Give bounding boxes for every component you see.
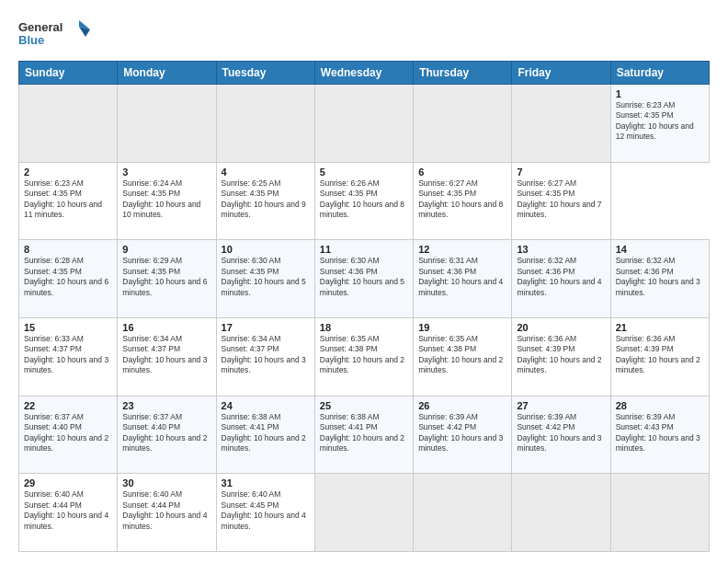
day-info: Sunrise: 6:38 AMSunset: 4:41 PMDaylight:…	[320, 412, 408, 454]
calendar-cell: 15Sunrise: 6:33 AMSunset: 4:37 PMDayligh…	[19, 317, 118, 396]
weekday-header-wednesday: Wednesday	[314, 62, 413, 85]
day-number: 24	[222, 400, 310, 411]
day-number: 7	[517, 167, 605, 178]
calendar-cell: 30Sunrise: 6:40 AMSunset: 4:44 PMDayligh…	[118, 474, 216, 552]
day-info: Sunrise: 6:39 AMSunset: 4:43 PMDaylight:…	[616, 412, 704, 454]
calendar-cell: 6Sunrise: 6:27 AMSunset: 4:35 PMDaylight…	[414, 162, 512, 240]
day-info: Sunrise: 6:37 AMSunset: 4:40 PMDaylight:…	[122, 412, 210, 454]
weekday-header-row: SundayMondayTuesdayWednesdayThursdayFrid…	[19, 62, 710, 85]
day-number: 17	[222, 322, 310, 333]
calendar-cell	[314, 474, 413, 552]
day-number: 5	[320, 167, 408, 178]
calendar-cell	[118, 85, 216, 163]
weekday-header-sunday: Sunday	[19, 62, 118, 85]
day-number: 21	[616, 322, 704, 333]
day-info: Sunrise: 6:40 AMSunset: 4:44 PMDaylight:…	[24, 489, 112, 532]
day-number: 20	[517, 322, 605, 333]
day-number: 10	[222, 244, 310, 255]
week-row-4: 15Sunrise: 6:33 AMSunset: 4:37 PMDayligh…	[19, 317, 710, 396]
day-number: 22	[24, 400, 112, 411]
calendar-cell: 16Sunrise: 6:34 AMSunset: 4:37 PMDayligh…	[118, 317, 216, 396]
day-number: 6	[418, 167, 506, 178]
calendar-cell: 20Sunrise: 6:36 AMSunset: 4:39 PMDayligh…	[512, 317, 610, 396]
day-number: 8	[24, 244, 112, 255]
calendar-cell: 12Sunrise: 6:31 AMSunset: 4:36 PMDayligh…	[414, 240, 512, 318]
calendar-cell: 26Sunrise: 6:39 AMSunset: 4:42 PMDayligh…	[414, 396, 512, 474]
calendar-cell	[216, 85, 314, 163]
day-number: 18	[320, 322, 408, 333]
calendar-cell: 17Sunrise: 6:34 AMSunset: 4:37 PMDayligh…	[216, 317, 314, 396]
calendar-cell: 2Sunrise: 6:23 AMSunset: 4:35 PMDaylight…	[19, 162, 118, 240]
header: General Blue	[18, 17, 710, 52]
day-info: Sunrise: 6:36 AMSunset: 4:39 PMDaylight:…	[517, 334, 605, 376]
day-number: 31	[222, 477, 310, 488]
calendar-cell	[610, 474, 709, 552]
day-number: 3	[122, 167, 210, 178]
day-number: 29	[24, 477, 112, 488]
day-number: 25	[320, 400, 408, 411]
weekday-header-saturday: Saturday	[610, 62, 709, 85]
day-info: Sunrise: 6:32 AMSunset: 4:36 PMDaylight:…	[517, 256, 605, 298]
day-info: Sunrise: 6:23 AMSunset: 4:35 PMDaylight:…	[24, 178, 112, 221]
weekday-header-thursday: Thursday	[414, 62, 512, 85]
day-info: Sunrise: 6:39 AMSunset: 4:42 PMDaylight:…	[418, 412, 506, 454]
day-info: Sunrise: 6:29 AMSunset: 4:35 PMDaylight:…	[122, 256, 210, 298]
calendar-cell: 22Sunrise: 6:37 AMSunset: 4:40 PMDayligh…	[19, 396, 118, 474]
day-number: 23	[122, 400, 210, 411]
day-info: Sunrise: 6:25 AMSunset: 4:35 PMDaylight:…	[222, 178, 310, 221]
day-info: Sunrise: 6:30 AMSunset: 4:35 PMDaylight:…	[222, 256, 310, 298]
day-number: 4	[222, 167, 310, 178]
calendar-cell: 7Sunrise: 6:27 AMSunset: 4:35 PMDaylight…	[512, 162, 610, 240]
calendar-cell: 27Sunrise: 6:39 AMSunset: 4:42 PMDayligh…	[512, 396, 610, 474]
day-info: Sunrise: 6:26 AMSunset: 4:35 PMDaylight:…	[320, 178, 408, 221]
day-info: Sunrise: 6:33 AMSunset: 4:37 PMDaylight:…	[24, 334, 112, 376]
calendar-cell: 4Sunrise: 6:25 AMSunset: 4:35 PMDaylight…	[216, 162, 314, 240]
weekday-header-friday: Friday	[512, 62, 610, 85]
day-info: Sunrise: 6:40 AMSunset: 4:44 PMDaylight:…	[122, 489, 210, 532]
week-row-3: 8Sunrise: 6:28 AMSunset: 4:35 PMDaylight…	[19, 240, 710, 318]
calendar-cell: 11Sunrise: 6:30 AMSunset: 4:36 PMDayligh…	[314, 240, 413, 318]
day-number: 15	[24, 322, 112, 333]
calendar-cell: 9Sunrise: 6:29 AMSunset: 4:35 PMDaylight…	[118, 240, 216, 318]
day-info: Sunrise: 6:28 AMSunset: 4:35 PMDaylight:…	[24, 256, 112, 298]
calendar-cell: 19Sunrise: 6:35 AMSunset: 4:38 PMDayligh…	[414, 317, 512, 396]
day-number: 9	[122, 244, 210, 255]
day-number: 26	[418, 400, 506, 411]
calendar-cell: 14Sunrise: 6:32 AMSunset: 4:36 PMDayligh…	[610, 240, 709, 318]
day-info: Sunrise: 6:35 AMSunset: 4:38 PMDaylight:…	[418, 334, 506, 376]
calendar-cell: 1Sunrise: 6:23 AMSunset: 4:35 PMDaylight…	[610, 85, 709, 163]
calendar-cell: 25Sunrise: 6:38 AMSunset: 4:41 PMDayligh…	[314, 396, 413, 474]
day-info: Sunrise: 6:38 AMSunset: 4:41 PMDaylight:…	[222, 412, 310, 454]
logo-svg: General Blue	[18, 17, 92, 52]
week-row-6: 29Sunrise: 6:40 AMSunset: 4:44 PMDayligh…	[19, 474, 710, 552]
calendar-cell	[512, 474, 610, 552]
day-info: Sunrise: 6:27 AMSunset: 4:35 PMDaylight:…	[418, 178, 506, 221]
calendar-cell: 10Sunrise: 6:30 AMSunset: 4:35 PMDayligh…	[216, 240, 314, 318]
day-number: 11	[320, 244, 408, 255]
day-info: Sunrise: 6:35 AMSunset: 4:38 PMDaylight:…	[320, 334, 408, 376]
week-row-1: 1Sunrise: 6:23 AMSunset: 4:35 PMDaylight…	[19, 85, 710, 163]
calendar-cell: 3Sunrise: 6:24 AMSunset: 4:35 PMDaylight…	[118, 162, 216, 240]
day-number: 1	[616, 88, 704, 99]
day-number: 27	[517, 400, 605, 411]
day-number: 2	[24, 167, 112, 178]
day-number: 30	[122, 477, 210, 488]
calendar-cell: 18Sunrise: 6:35 AMSunset: 4:38 PMDayligh…	[314, 317, 413, 396]
logo: General Blue	[18, 17, 92, 52]
weekday-header-monday: Monday	[118, 62, 216, 85]
day-number: 14	[616, 244, 704, 255]
svg-text:General: General	[18, 20, 63, 34]
day-info: Sunrise: 6:23 AMSunset: 4:35 PMDaylight:…	[616, 100, 704, 143]
day-number: 12	[418, 244, 506, 255]
calendar-cell	[414, 85, 512, 163]
calendar-cell: 5Sunrise: 6:26 AMSunset: 4:35 PMDaylight…	[314, 162, 413, 240]
calendar-cell: 21Sunrise: 6:36 AMSunset: 4:39 PMDayligh…	[610, 317, 709, 396]
calendar-cell: 13Sunrise: 6:32 AMSunset: 4:36 PMDayligh…	[512, 240, 610, 318]
day-number: 28	[616, 400, 704, 411]
calendar-cell: 31Sunrise: 6:40 AMSunset: 4:45 PMDayligh…	[216, 474, 314, 552]
calendar-cell	[314, 85, 413, 163]
day-info: Sunrise: 6:30 AMSunset: 4:36 PMDaylight:…	[320, 256, 408, 298]
day-info: Sunrise: 6:31 AMSunset: 4:36 PMDaylight:…	[418, 256, 506, 298]
svg-text:Blue: Blue	[18, 33, 44, 47]
calendar-cell: 23Sunrise: 6:37 AMSunset: 4:40 PMDayligh…	[118, 396, 216, 474]
